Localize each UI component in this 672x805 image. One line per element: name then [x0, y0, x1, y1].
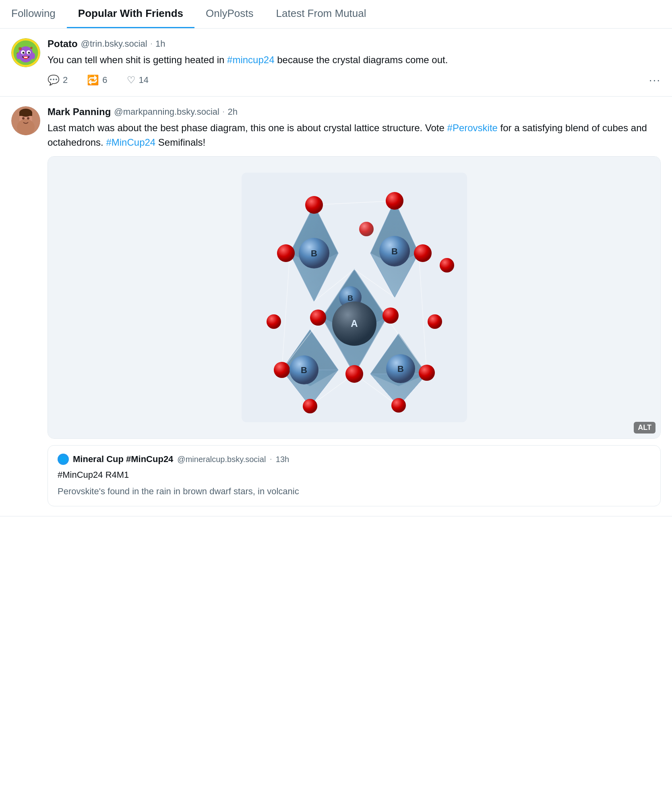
svg-text:B: B: [301, 365, 307, 375]
like-count: 14: [139, 75, 149, 85]
svg-point-6: [28, 52, 30, 54]
svg-point-13: [17, 53, 21, 59]
like-button[interactable]: ♡ 14: [127, 74, 149, 86]
post-2-meta: Mark Panning @markpanning.bsky.social · …: [48, 106, 661, 118]
svg-point-17: [17, 119, 35, 135]
tab-following[interactable]: Following: [0, 0, 67, 28]
svg-text:A: A: [351, 318, 358, 329]
repost-button[interactable]: 🔁 6: [87, 74, 107, 86]
hashtag-mincup24[interactable]: #mincup24: [227, 54, 274, 65]
svg-point-59: [391, 398, 406, 413]
more-actions-button[interactable]: ···: [649, 74, 661, 87]
crystal-svg-container: B B B B B: [48, 157, 660, 438]
comment-count: 2: [63, 75, 68, 85]
repost-count: 6: [102, 75, 107, 85]
post-2: Mark Panning @markpanning.bsky.social · …: [0, 97, 672, 516]
tab-latest-from-mutual[interactable]: Latest From Mutual: [265, 0, 378, 28]
post-1: Potato @trin.bsky.social · 1h You can te…: [0, 29, 672, 97]
comment-button[interactable]: 💬 2: [48, 74, 68, 86]
post-1-text: You can tell when shit is getting heated…: [48, 53, 661, 67]
post-1-meta: Potato @trin.bsky.social · 1h: [48, 38, 661, 50]
svg-point-51: [277, 244, 295, 262]
svg-point-54: [383, 308, 399, 324]
post-1-author-handle[interactable]: @trin.bsky.social: [81, 39, 147, 49]
svg-text:B: B: [311, 248, 317, 258]
svg-point-56: [274, 362, 290, 378]
post-2-author-name[interactable]: Mark Panning: [48, 106, 111, 118]
quoted-post[interactable]: 🌐 Mineral Cup #MinCup24 @mineralcup.bsky…: [48, 445, 661, 506]
svg-point-52: [414, 244, 432, 262]
tab-bar: Following Popular With Friends OnlyPosts…: [0, 0, 672, 29]
comment-icon: 💬: [48, 74, 60, 86]
svg-point-14: [31, 53, 35, 59]
hashtag-mincup24-2[interactable]: #MinCup24: [106, 137, 155, 148]
svg-point-18: [22, 117, 25, 120]
svg-point-55: [345, 365, 363, 383]
alt-badge[interactable]: ALT: [634, 422, 655, 433]
svg-point-11: [30, 47, 33, 49]
post-2-text: Last match was about the best phase diag…: [48, 121, 661, 150]
post-1-actions: 💬 2 🔁 6 ♡ 14 ···: [48, 74, 661, 87]
heart-icon: ♡: [127, 74, 136, 86]
svg-text:B: B: [391, 246, 398, 256]
svg-rect-8: [24, 57, 26, 58]
post-2-header: Mark Panning @markpanning.bsky.social · …: [11, 106, 661, 506]
svg-text:B: B: [397, 364, 404, 374]
post-2-author-handle[interactable]: @markpanning.bsky.social: [114, 107, 219, 117]
svg-point-19: [27, 117, 29, 120]
quoted-time: 13h: [276, 455, 289, 464]
svg-point-61: [359, 222, 374, 236]
avatar-mark[interactable]: [11, 106, 40, 135]
svg-text:B: B: [347, 294, 353, 302]
quoted-author-handle: @mineralcup.bsky.social: [177, 455, 266, 464]
hashtag-perovskite[interactable]: #Perovskite: [447, 122, 498, 133]
quoted-text-1: #MinCup24 R4M1: [58, 468, 651, 481]
svg-point-58: [303, 399, 317, 413]
post-1-time: 1h: [155, 39, 165, 49]
svg-point-10: [19, 47, 22, 50]
tab-onlyposts[interactable]: OnlyPosts: [194, 0, 265, 28]
svg-point-49: [305, 196, 323, 214]
svg-point-63: [267, 314, 281, 329]
post-1-author-name[interactable]: Potato: [48, 38, 78, 50]
svg-rect-9: [26, 57, 27, 58]
post-2-time: 2h: [227, 107, 237, 117]
post-1-content: Potato @trin.bsky.social · 1h You can te…: [48, 38, 661, 87]
svg-point-57: [419, 365, 435, 381]
svg-point-60: [440, 258, 454, 272]
svg-point-50: [386, 192, 403, 210]
avatar-potato[interactable]: [11, 38, 40, 67]
quoted-author-name: Mineral Cup #MinCup24: [73, 454, 173, 464]
quoted-avatar: 🌐: [58, 454, 69, 465]
svg-rect-21: [19, 112, 32, 116]
svg-point-5: [23, 52, 25, 54]
post-1-header: Potato @trin.bsky.social · 1h You can te…: [11, 38, 661, 87]
crystal-image[interactable]: B B B B B: [48, 156, 661, 439]
svg-point-62: [428, 314, 442, 329]
tab-popular-with-friends[interactable]: Popular With Friends: [67, 0, 194, 28]
svg-point-53: [310, 310, 326, 326]
quoted-text-2: Perovskite's found in the rain in brown …: [58, 485, 651, 498]
repost-icon: 🔁: [87, 74, 99, 86]
quoted-post-header: 🌐 Mineral Cup #MinCup24 @mineralcup.bsky…: [58, 454, 651, 465]
post-2-content: Mark Panning @markpanning.bsky.social · …: [48, 106, 661, 506]
